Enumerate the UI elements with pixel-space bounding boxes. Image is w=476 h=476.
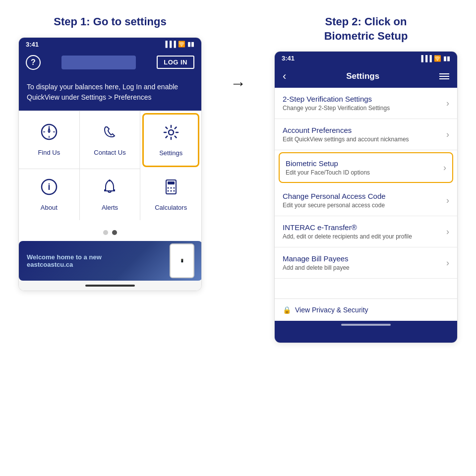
phone1-menu-grid: Find Us Contact Us (19, 111, 201, 220)
2step-title: 2-Step Verification Settings (283, 95, 390, 103)
grid-item-settings[interactable]: Settings (142, 113, 199, 167)
calculator-icon (162, 178, 180, 200)
svg-point-16 (167, 190, 169, 191)
step1-title: Step 1: Go to settings (54, 15, 166, 29)
spacer (275, 279, 457, 298)
arrow-right-icon: → (230, 74, 246, 93)
bill-payees-chevron: › (446, 258, 449, 268)
settings-item-2step[interactable]: 2-Step Verification Settings Change your… (275, 88, 457, 119)
settings-item-bill-payees[interactable]: Manage Bill Payees Add and delete bill p… (275, 247, 457, 279)
settings-item-interac[interactable]: INTERAC e-Transfer® Add, edit or delete … (275, 216, 457, 247)
help-icon[interactable]: ? (26, 55, 41, 70)
phone1-home-indicator (19, 281, 201, 291)
settings-label: Settings (159, 149, 182, 157)
2step-chevron: › (446, 98, 449, 109)
balance-message: To display your balances here, Log In an… (19, 75, 201, 111)
wifi-icon: 🛜 (178, 41, 185, 48)
phone2-home-indicator (275, 321, 457, 329)
phone1: 3:41 ▐▐▐ 🛜 ▮▮ ? LOG IN To display your b… (18, 37, 202, 291)
dot-2[interactable] (112, 230, 117, 235)
phone2-wifi-icon: 🛜 (434, 55, 441, 62)
settings-gear-icon (162, 123, 180, 145)
settings-list: 2-Step Verification Settings Change your… (275, 88, 457, 279)
account-prefs-subtitle: Edit QuickView settings and account nick… (283, 136, 409, 143)
phone1-time: 3:41 (26, 41, 39, 48)
phone2-signal-icon: ▐▐▐ (419, 55, 432, 62)
about-label: About (41, 204, 58, 211)
alerts-label: Alerts (102, 204, 118, 211)
interac-chevron: › (446, 227, 449, 237)
home-bar (85, 285, 135, 287)
phone1-status-bar: 3:41 ▐▐▐ 🛜 ▮▮ (19, 38, 201, 51)
bill-payees-subtitle: Add and delete bill payee (283, 264, 350, 271)
svg-point-13 (167, 187, 169, 188)
compass-icon (40, 123, 58, 145)
grid-item-calculators[interactable]: Calculators (140, 169, 201, 220)
svg-point-18 (173, 190, 175, 191)
phone2: 3:41 ▐▐▐ 🛜 ▮▮ ‹ Settings (274, 51, 458, 343)
settings-item-account-prefs[interactable]: Account Preferences Edit QuickView setti… (275, 119, 457, 150)
info-icon: i (40, 178, 58, 200)
phone2-status-icons: ▐▐▐ 🛜 ▮▮ (419, 55, 450, 62)
svg-point-17 (170, 190, 172, 191)
find-us-label: Find Us (38, 149, 60, 156)
step2-title: Step 2: Click onBiometric Setup (324, 15, 408, 43)
phone2-status-bar: 3:41 ▐▐▐ 🛜 ▮▮ (275, 52, 457, 65)
banner-text: Welcome home to a new eastcoastcu.ca (27, 253, 126, 268)
svg-point-7 (169, 130, 174, 135)
biometric-subtitle: Edit your Face/Touch ID options (286, 169, 370, 176)
grid-item-find-us[interactable]: Find Us (19, 111, 80, 169)
svg-text:i: i (48, 182, 50, 192)
settings-item-pac[interactable]: Change Personal Access Code Edit your se… (275, 185, 457, 216)
privacy-security-label: View Privacy & Security (295, 306, 368, 314)
phone2-home-bar (341, 324, 391, 326)
step-arrow: → (230, 15, 246, 93)
back-button[interactable]: ‹ (283, 70, 286, 83)
phone1-header: ? LOG IN (19, 51, 201, 75)
dot-1[interactable] (103, 230, 108, 235)
phone2-time: 3:41 (282, 55, 295, 62)
settings-item-biometric[interactable]: Biometric Setup Edit your Face/Touch ID … (279, 152, 453, 183)
login-button[interactable]: LOG IN (157, 56, 194, 69)
privacy-security-footer[interactable]: 🔒 View Privacy & Security (275, 298, 457, 321)
phone2-bottom-bar (275, 321, 457, 343)
phone-icon (101, 123, 119, 145)
promo-banner: Welcome home to a new eastcoastcu.ca 📱 (19, 241, 202, 281)
calculators-label: Calculators (155, 204, 187, 211)
carousel-dots (19, 230, 201, 235)
biometric-chevron: › (443, 163, 446, 173)
signal-icon: ▐▐▐ (163, 41, 176, 48)
pac-subtitle: Edit your secure personal access code (283, 202, 386, 209)
account-prefs-chevron: › (446, 129, 449, 140)
grid-item-alerts[interactable]: Alerts (80, 169, 141, 220)
bell-icon (101, 178, 119, 200)
interac-subtitle: Add, edit or delete recipients and edit … (283, 233, 412, 240)
account-prefs-title: Account Preferences (283, 126, 409, 134)
bill-payees-title: Manage Bill Payees (283, 254, 350, 263)
pac-title: Change Personal Access Code (283, 192, 386, 200)
grid-item-about[interactable]: i About (19, 169, 80, 220)
biometric-title: Biometric Setup (286, 159, 370, 168)
grid-item-contact-us[interactable]: Contact Us (80, 111, 141, 169)
svg-point-1 (48, 131, 50, 133)
banner-phone-image: 📱 (170, 243, 194, 278)
2step-subtitle: Change your 2-Step Verification Settings (283, 105, 390, 112)
battery-icon: ▮▮ (187, 41, 194, 48)
phone1-status-icons: ▐▐▐ 🛜 ▮▮ (163, 41, 194, 48)
svg-point-15 (173, 187, 175, 188)
phone2-header: ‹ Settings (275, 65, 457, 88)
hamburger-menu-button[interactable] (439, 73, 449, 79)
interac-title: INTERAC e-Transfer® (283, 223, 412, 232)
phone2-battery-icon: ▮▮ (443, 55, 450, 62)
pac-chevron: › (446, 195, 449, 206)
svg-point-14 (170, 187, 172, 188)
svg-rect-12 (168, 181, 175, 184)
contact-us-label: Contact Us (94, 149, 125, 156)
lock-icon: 🔒 (283, 306, 291, 314)
settings-header-title: Settings (346, 71, 379, 81)
account-placeholder (61, 56, 136, 69)
